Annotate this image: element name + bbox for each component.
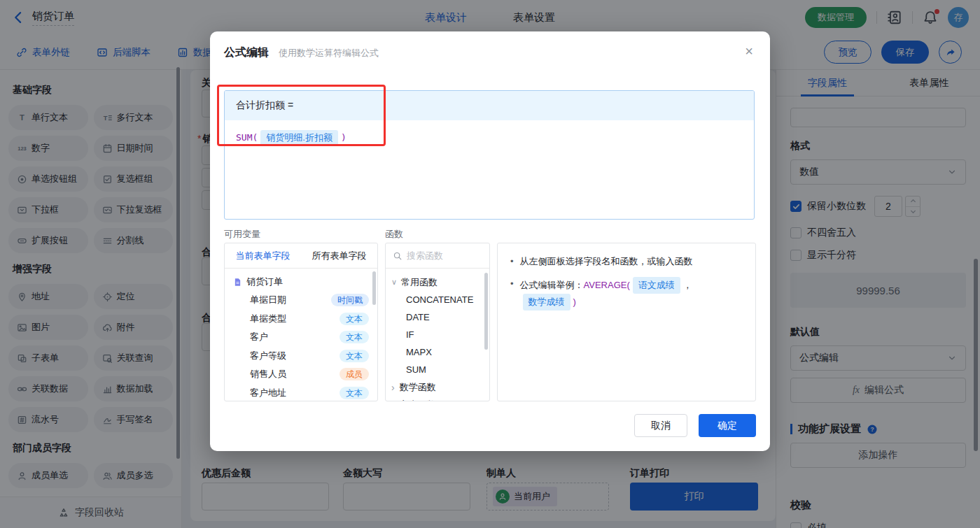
help-line-2: •公式编辑举例：AVERAGE(语文成绩，数学成绩): [510, 277, 743, 311]
cancel-button[interactable]: 取消: [634, 414, 687, 437]
variables-panel: 当前表单字段 所有表单字段 销货订单 单据日期 时间戳 单据类型 文本: [224, 243, 378, 401]
variable-item[interactable]: 单据类型 文本: [233, 310, 369, 329]
variables-scrollbar[interactable]: [372, 271, 376, 305]
form-doc-icon: [233, 278, 242, 287]
variables-label: 可用变量: [224, 228, 260, 241]
formula-editor-dialog: 公式编辑 使用数学运算符编辑公式 × 合计折扣额 = SUM(销货明细.折扣额)…: [210, 31, 770, 451]
function-row[interactable]: MAPX: [391, 343, 484, 361]
functions-scrollbar[interactable]: [484, 273, 488, 350]
formula-target: 合计折扣额 =: [225, 91, 754, 120]
example-field-chip: 语文成绩: [633, 277, 680, 294]
confirm-button[interactable]: 确定: [699, 414, 756, 437]
example-function: AVERAGE(: [584, 280, 630, 290]
function-search-input[interactable]: [407, 250, 482, 261]
formula-expression[interactable]: SUM(销货明细.折扣额): [225, 120, 754, 155]
function-row[interactable]: IF: [391, 326, 484, 343]
variable-item[interactable]: 销售人员 成员: [233, 365, 369, 384]
field-type-badge: 文本: [340, 313, 369, 325]
dialog-title: 公式编辑: [224, 45, 269, 60]
field-type-badge: 文本: [340, 350, 369, 362]
tab-all-form-fields[interactable]: 所有表单字段: [301, 243, 377, 268]
field-type-badge: 文本: [340, 331, 369, 343]
field-type-badge: 文本: [340, 387, 369, 399]
tab-current-form-fields[interactable]: 当前表单字段: [225, 243, 301, 268]
variables-root[interactable]: 销货订单: [233, 273, 369, 291]
formula-paren: ): [341, 132, 346, 143]
variable-item[interactable]: 客户 文本: [233, 328, 369, 347]
function-row[interactable]: 文本函数: [391, 396, 484, 401]
variable-item[interactable]: 单据日期 时间戳: [233, 291, 369, 310]
formula-help-panel: •从左侧面板选择字段名和函数，或输入函数 •公式编辑举例：AVERAGE(语文成…: [497, 243, 756, 401]
help-line-1: •从左侧面板选择字段名和函数，或输入函数: [510, 255, 743, 269]
function-row[interactable]: 数学函数: [391, 378, 484, 396]
formula-editor[interactable]: 合计折扣额 = SUM(销货明细.折扣额): [224, 90, 755, 220]
field-type-badge: 时间戳: [331, 294, 369, 306]
function-row[interactable]: DATE: [391, 308, 484, 326]
dialog-subtitle: 使用数学运算符编辑公式: [279, 47, 379, 59]
function-row[interactable]: SUM: [391, 361, 484, 378]
function-row[interactable]: 常用函数: [391, 273, 484, 291]
search-icon: [393, 251, 402, 261]
field-type-badge: 成员: [340, 368, 369, 380]
formula-function: SUM(: [236, 132, 258, 143]
example-field-chip: 数学成绩: [523, 294, 570, 311]
close-icon[interactable]: ×: [745, 44, 753, 58]
functions-label: 函数: [385, 228, 403, 241]
formula-field-chip[interactable]: 销货明细.折扣额: [260, 130, 338, 145]
variable-item[interactable]: 客户地址 文本: [233, 384, 369, 402]
functions-panel: 常用函数 CONCATENATE DATE IF MAPX SUM 数学函数 文…: [385, 243, 490, 401]
function-row[interactable]: CONCATENATE: [391, 291, 484, 308]
variable-item[interactable]: 客户等级 文本: [233, 347, 369, 366]
